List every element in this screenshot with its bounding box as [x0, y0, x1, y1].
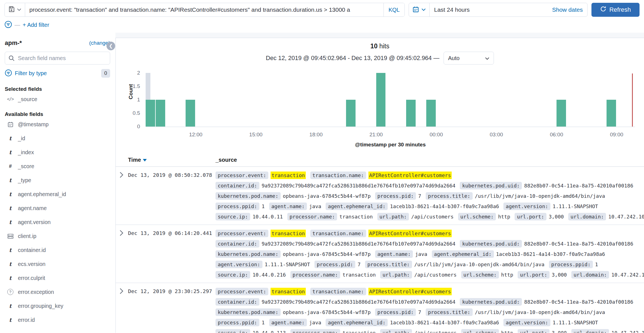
histogram-bar-22:30[interactable] [406, 100, 416, 127]
field-name-badge[interactable]: process.ppid: [216, 319, 259, 326]
field-value: opbeans-java-67845c5b44-wf87p [283, 193, 371, 199]
field-name-badge[interactable]: processor.name: [290, 329, 340, 333]
field-name-badge[interactable]: agent.ephemeral_id: [432, 250, 494, 258]
highlighted-field-value: transaction [271, 172, 306, 179]
field-name-badge[interactable]: agent.ephemeral_id: [326, 203, 388, 210]
field-name-badge[interactable]: source.ip: [216, 213, 250, 220]
histogram-bar-21:00[interactable] [376, 73, 386, 127]
field-name-badge[interactable]: process.pid: [314, 261, 355, 268]
field-name-badge[interactable]: agent.name: [269, 203, 307, 210]
field-name-badge[interactable]: process.ppid: [549, 261, 593, 268]
interval-select[interactable]: Auto [444, 52, 494, 65]
date-quick-menu-button[interactable] [409, 3, 430, 16]
field-item-client-ip[interactable]: client.ip [5, 229, 110, 243]
histogram-bar-19:30[interactable] [346, 100, 356, 127]
field-item--index[interactable]: t_index [5, 145, 110, 159]
expand-row-button[interactable] [116, 228, 128, 280]
field-name-badge[interactable]: url.port: [518, 271, 550, 279]
field-name-badge[interactable]: kubernetes.pod.uid: [460, 298, 522, 306]
field-name-badge[interactable]: url.scheme: [461, 329, 499, 333]
field-item-agent-version[interactable]: tagent.version [5, 215, 110, 229]
field-name-badge[interactable]: process.title: [426, 308, 473, 316]
show-dates-button[interactable]: Show dates [548, 3, 587, 16]
field-name-badge[interactable]: process.pid: [375, 192, 416, 200]
field-name-badge[interactable]: kubernetes.pod.uid: [460, 240, 522, 248]
field-item--score[interactable]: #_score [5, 159, 110, 173]
field-item-error-id[interactable]: terror.id [5, 313, 110, 327]
field-name-badge[interactable]: kubernetes.pod.name: [216, 308, 281, 316]
filter-by-type-button[interactable]: Filter by type [15, 70, 47, 77]
field-name-badge[interactable]: url.domain: [571, 271, 609, 279]
field-name-badge[interactable]: agent.name: [269, 319, 307, 326]
field-name-badge[interactable]: url.port: [515, 213, 546, 220]
refresh-button[interactable]: Refresh [591, 3, 640, 17]
histogram-bar-08:30[interactable] [607, 100, 616, 127]
field-item-ecs-version[interactable]: tecs.version [5, 257, 110, 271]
histogram-bar-09:30[interactable] [146, 100, 155, 127]
field-name-badge[interactable]: process.title: [365, 261, 412, 268]
field-item--timestamp[interactable]: @timestamp [5, 117, 110, 131]
field-name-badge[interactable]: processor.name: [287, 213, 337, 220]
field-name-badge[interactable]: container.id: [216, 298, 259, 306]
field-name-badge[interactable]: agent.version: [216, 261, 262, 268]
field-name-badge[interactable]: kubernetes.pod.uid: [460, 182, 522, 189]
collapse-sidebar-button[interactable]: ❮ [106, 42, 115, 50]
field-item--source[interactable]: </>_source [5, 92, 110, 106]
field-item-error-grouping-key[interactable]: terror.grouping_key [5, 299, 110, 313]
field-name-badge[interactable]: transaction.name: [310, 230, 366, 237]
field-value: 9a92372089c79b489ca472fca528631b886d1e76… [262, 241, 456, 247]
field-item--id[interactable]: t_id [5, 131, 110, 145]
histogram-bar-11:30[interactable] [186, 100, 195, 127]
expand-row-button[interactable] [116, 286, 128, 333]
field-name-badge[interactable]: processor.name: [290, 271, 340, 279]
field-name-badge[interactable]: transaction.name: [310, 288, 366, 295]
field-item-agent-ephemeral-id[interactable]: tagent.ephemeral_id [5, 187, 110, 201]
field-name-badge[interactable]: agent.name: [375, 250, 413, 258]
search-field-names-input[interactable] [5, 52, 110, 65]
time-range-value[interactable]: Last 24 hours [430, 3, 548, 16]
field-name-badge[interactable]: url.domain: [568, 213, 606, 220]
field-item-error-culprit[interactable]: terror.culprit [5, 271, 110, 285]
field-name-badge[interactable]: source.ip: [216, 271, 250, 279]
field-name-badge[interactable]: source.ip: [216, 329, 250, 333]
histogram-plot-area[interactable]: @timestamp per 30 minutes 00.511.5212:00… [146, 73, 635, 127]
field-name-badge[interactable]: url.domain: [571, 329, 609, 333]
field-item-container-id[interactable]: tcontainer.id [5, 243, 110, 257]
field-name-badge[interactable]: agent.version: [503, 319, 550, 326]
field-name-badge[interactable]: url.scheme: [458, 213, 496, 220]
histogram-bar-06:00[interactable] [557, 100, 566, 127]
field-name-badge[interactable]: url.path: [377, 213, 409, 220]
field-value-pair: container.id:9a92372089c79b489ca472fca52… [216, 240, 455, 248]
field-name-badge[interactable]: url.port: [518, 329, 550, 333]
histogram-bar-10:00[interactable] [156, 100, 165, 127]
field-name-badge[interactable]: url.path: [380, 329, 412, 333]
field-item-agent-name[interactable]: tagent.name [5, 201, 110, 215]
saved-query-menu-button[interactable] [5, 3, 25, 16]
field-name-badge[interactable]: agent.version: [503, 203, 550, 210]
field-name-badge[interactable]: agent.ephemeral_id: [326, 319, 388, 326]
field-name-badge[interactable]: process.ppid: [216, 203, 259, 210]
field-name-badge[interactable]: kubernetes.pod.name: [216, 192, 281, 200]
field-name-badge[interactable]: container.id: [216, 182, 259, 189]
field-name-badge[interactable]: url.scheme: [461, 271, 499, 279]
field-name-badge[interactable]: container.id: [216, 240, 259, 248]
field-value: 10.44.0.113 [252, 330, 286, 333]
field-item--type[interactable]: t_type [5, 173, 110, 187]
field-name-badge[interactable]: process.pid: [375, 308, 416, 316]
selected-fields-list: </>_source [5, 92, 110, 106]
field-name-badge[interactable]: kubernetes.pod.name: [216, 250, 281, 258]
field-name-badge[interactable]: processor.event: [216, 288, 268, 295]
kql-query-input[interactable]: processor.event: "transaction" and trans… [25, 3, 383, 16]
filter-menu-icon[interactable] [4, 21, 12, 29]
query-language-button[interactable]: KQL [383, 3, 404, 16]
field-name-badge[interactable]: processor.event: [216, 172, 268, 179]
time-column-header[interactable]: Time [128, 157, 216, 163]
field-name-badge[interactable]: processor.event: [216, 230, 268, 237]
field-name-badge[interactable]: process.title: [426, 192, 473, 200]
field-name-badge[interactable]: url.path: [380, 271, 412, 279]
histogram-bar-23:30[interactable] [426, 100, 436, 127]
field-name-badge[interactable]: transaction.name: [310, 172, 366, 179]
field-item-error-exception[interactable]: ?error.exception [5, 285, 110, 299]
expand-row-button[interactable] [116, 170, 128, 222]
add-filter-button[interactable]: + Add filter [23, 22, 49, 28]
